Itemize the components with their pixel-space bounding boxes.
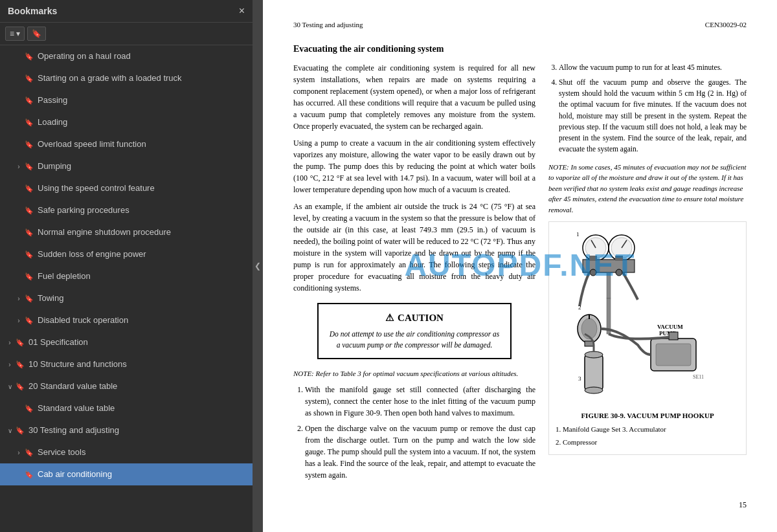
- expand-arrow: ›: [14, 163, 23, 170]
- sidebar-toolbar: ≡ ▾ 🔖: [0, 23, 253, 45]
- left-column: Evacuating the complete air conditioning…: [293, 62, 535, 487]
- paragraph-3: As an example, if the ambient air outsid…: [293, 201, 535, 294]
- bookmark-icon: 🔖: [25, 206, 35, 215]
- bookmark-icon: 🔖: [25, 162, 35, 171]
- bookmark-icon: 🔖: [25, 272, 35, 281]
- bookmark-item-18[interactable]: ›🔖Service tools: [0, 441, 253, 463]
- expand-arrow: ›: [14, 317, 23, 324]
- bookmark-item-8[interactable]: 🔖Normal engine shutdown procedure: [0, 221, 253, 243]
- bookmark-icon: 🔖: [25, 294, 35, 303]
- bookmark-label: 01 Specification: [28, 337, 88, 348]
- bookmark-label: Loading: [38, 117, 67, 128]
- bookmark-label: Operating on a haul road: [38, 51, 131, 62]
- main-content: AUTOPDF.NET 30 Testing and adjusting CEN…: [263, 0, 777, 532]
- svg-rect-8: [589, 256, 597, 261]
- bookmark-icon: 🔖: [25, 316, 35, 325]
- svg-text:1: 1: [576, 231, 580, 238]
- steps-list: With the manifold gauge set still connec…: [305, 384, 535, 481]
- bookmark-label: Standard value table: [38, 403, 115, 414]
- bookmark-item-2[interactable]: 🔖Passing: [0, 89, 253, 111]
- bookmark-item-4[interactable]: 🔖Overload speed limit function: [0, 133, 253, 155]
- header-left: 30 Testing and adjusting: [293, 19, 363, 30]
- bookmark-label: Normal engine shutdown procedure: [38, 227, 171, 238]
- caution-title-text: CAUTION: [398, 311, 444, 326]
- step-2: Open the discharge valve on the vacuum p…: [305, 423, 535, 481]
- paragraph-1: Evacuating the complete air conditioning…: [293, 62, 535, 132]
- expand-arrow: ›: [14, 449, 23, 456]
- bookmark-item-16[interactable]: 🔖Standard value table: [0, 397, 253, 419]
- bookmark-item-3[interactable]: 🔖Loading: [0, 111, 253, 133]
- bookmark-item-17[interactable]: ∨🔖30 Testing and adjusting: [0, 419, 253, 441]
- bookmark-item-0[interactable]: 🔖Operating on a haul road: [0, 45, 253, 67]
- bookmark-label: 10 Structure and functions: [28, 359, 127, 370]
- header-right: CEN30029-02: [705, 19, 747, 30]
- bookmark-item-15[interactable]: ∨🔖20 Standard value table: [0, 375, 253, 397]
- bookmark-icon: 🔖: [25, 228, 35, 237]
- sidebar-title: Bookmarks: [8, 6, 57, 16]
- right-step-4: Shut off the vacuum pump and observe the…: [559, 77, 747, 155]
- bookmark-item-7[interactable]: 🔖Safe parking procedures: [0, 199, 253, 221]
- bookmark-item-13[interactable]: ›🔖01 Specification: [0, 331, 253, 353]
- close-button[interactable]: ×: [239, 5, 245, 17]
- bookmark-item-5[interactable]: ›🔖Dumping: [0, 155, 253, 177]
- bookmark-item-12[interactable]: ›🔖Disabled truck operation: [0, 309, 253, 331]
- bookmark-icon: 🔖: [25, 96, 35, 105]
- bookmark-item-11[interactable]: ›🔖Towing: [0, 287, 253, 309]
- step-1: With the manifold gauge set still connec…: [305, 384, 535, 419]
- bookmark-icon: 🔖: [16, 338, 26, 347]
- note-italic: NOTE: In some cases, 45 minutes of evacu…: [548, 162, 747, 216]
- right-column: Allow the vacuum pump to run for at leas…: [548, 62, 747, 487]
- bookmark-icon: 🔖: [25, 140, 35, 149]
- pdf-page: AUTOPDF.NET 30 Testing and adjusting CEN…: [267, 0, 772, 530]
- bookmark-label: Passing: [38, 95, 67, 106]
- sidebar-list: 🔖Operating on a haul road🔖Starting on a …: [0, 45, 253, 532]
- expand-arrow: ›: [14, 295, 23, 302]
- expand-arrow: ›: [5, 339, 14, 346]
- bookmark-label: Service tools: [38, 447, 85, 458]
- svg-rect-9: [615, 256, 623, 261]
- svg-rect-12: [607, 272, 611, 298]
- bookmark-icon: 🔖: [25, 449, 35, 457]
- svg-point-10: [590, 269, 596, 276]
- two-column-layout: Evacuating the complete air conditioning…: [293, 62, 747, 487]
- bookmark-label: Starting on a grade with a loaded truck: [38, 73, 182, 84]
- svg-point-27: [585, 387, 603, 393]
- bookmark-label: Cab air conditioning: [38, 469, 112, 480]
- svg-point-26: [585, 351, 603, 358]
- bookmark-item-9[interactable]: 🔖Sudden loss of engine power: [0, 243, 253, 265]
- page-number: 15: [293, 499, 747, 511]
- bookmark-label: Safe parking procedures: [38, 205, 130, 216]
- paragraph-2: Using a pump to create a vacuum in the a…: [293, 137, 535, 195]
- caution-icon: ⚠: [385, 311, 394, 326]
- collapse-sidebar-button[interactable]: ❮: [253, 0, 263, 532]
- figure-caption: FIGURE 30-9. VACUUM PUMP HOOKUP: [556, 410, 739, 421]
- caution-title: ⚠ CAUTION: [328, 311, 501, 326]
- bookmark-icon: 🔖: [16, 360, 26, 369]
- sidebar: Bookmarks × ≡ ▾ 🔖 🔖Operating on a haul r…: [0, 0, 253, 532]
- page-header: 30 Testing and adjusting CEN30029-02: [293, 19, 747, 30]
- bookmark-icon: 🔖: [25, 405, 35, 413]
- vacuum-pump-diagram: 1: [573, 228, 722, 403]
- bookmark-item-6[interactable]: 🔖Using the speed control feature: [0, 177, 253, 199]
- right-steps-list: Allow the vacuum pump to run for at leas…: [559, 62, 747, 155]
- figure-area: 1: [548, 221, 747, 455]
- bookmark-icon: 🔖: [25, 250, 35, 259]
- menu-dropdown-button[interactable]: ≡ ▾: [5, 27, 25, 41]
- bookmark-icon: 🔖: [16, 427, 26, 435]
- figure-legend-2: 2. Compressor: [556, 437, 739, 448]
- bookmark-item-19[interactable]: 🔖Cab air conditioning: [0, 463, 253, 485]
- svg-text:SE11: SE11: [693, 374, 704, 380]
- sidebar-header: Bookmarks ×: [0, 0, 253, 23]
- expand-arrow: ›: [5, 361, 14, 368]
- section-title: Evacuating the air conditioning system: [293, 42, 747, 56]
- bookmark-label: Sudden loss of engine power: [38, 249, 146, 260]
- svg-point-11: [616, 269, 622, 276]
- bookmark-item-10[interactable]: 🔖Fuel depletion: [0, 265, 253, 287]
- svg-text:VACUUM: VACUUM: [657, 324, 683, 330]
- bookmark-label: 30 Testing and adjusting: [28, 425, 119, 436]
- bookmark-icon: 🔖: [25, 74, 35, 83]
- bookmark-icon-button[interactable]: 🔖: [27, 27, 46, 41]
- bookmark-item-14[interactable]: ›🔖10 Structure and functions: [0, 353, 253, 375]
- bookmark-item-1[interactable]: 🔖Starting on a grade with a loaded truck: [0, 67, 253, 89]
- bookmark-label: Disabled truck operation: [38, 315, 128, 326]
